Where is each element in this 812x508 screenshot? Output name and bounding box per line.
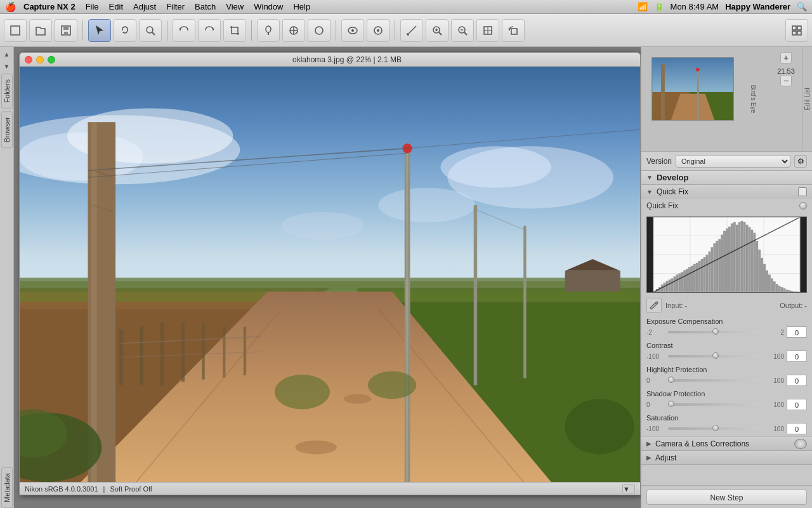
- svg-point-40: [378, 188, 475, 223]
- highlight-thumb[interactable]: [668, 377, 674, 383]
- svg-point-83: [296, 441, 337, 455]
- help-menu[interactable]: Help: [293, 2, 310, 11]
- camera-lens-arrow[interactable]: ▶: [646, 440, 652, 447]
- highlight-value[interactable]: 0: [787, 375, 807, 386]
- sidebar-down-arrow[interactable]: ▼: [3, 62, 11, 71]
- contrast-thumb[interactable]: [712, 352, 719, 359]
- shadow-slider[interactable]: [668, 403, 763, 406]
- highlight-min: 0: [646, 377, 665, 384]
- svg-rect-118: [701, 259, 704, 292]
- status-bar: Nikon sRGB 4.0.0.3001 | Soft Proof Off ▼: [20, 482, 640, 495]
- sidebar-browser-tab[interactable]: Browser: [1, 111, 13, 148]
- search-icon[interactable]: 🔍: [797, 2, 807, 11]
- highlight-slider[interactable]: [668, 379, 763, 382]
- measure-tool-btn[interactable]: [400, 19, 423, 42]
- svg-rect-81: [565, 271, 620, 292]
- svg-rect-149: [778, 286, 781, 292]
- crop-btn[interactable]: [223, 19, 246, 42]
- zoom-value-display: 21.53: [777, 67, 795, 75]
- svg-rect-123: [713, 243, 716, 292]
- new-step-button[interactable]: New Step: [646, 490, 807, 505]
- sidebar-folders-tab[interactable]: Folders: [1, 74, 13, 109]
- zoom-in-btn[interactable]: [426, 19, 449, 42]
- shadow-value[interactable]: 0: [787, 399, 807, 410]
- rotate-btn[interactable]: [502, 19, 525, 42]
- version-gear-btn[interactable]: ⚙: [794, 155, 807, 168]
- develop-arrow[interactable]: ▼: [646, 174, 653, 181]
- toolbar-sep-3: [251, 20, 252, 41]
- window-minimize-btn[interactable]: [36, 56, 44, 64]
- camera-lens-section[interactable]: ▶ Camera & Lens Corrections: [641, 437, 812, 451]
- eyedropper-btn[interactable]: [646, 298, 662, 313]
- contrast-slider[interactable]: [668, 355, 763, 358]
- clone-tool-btn[interactable]: [282, 19, 305, 42]
- sidebar-up-arrow[interactable]: ▲: [3, 50, 11, 59]
- adjust-section[interactable]: ▶ Adjust: [641, 451, 812, 465]
- status-dropdown-btn[interactable]: ▼: [622, 485, 635, 493]
- svg-rect-144: [766, 271, 768, 292]
- undo-btn[interactable]: [173, 19, 195, 42]
- adjust-menu[interactable]: Adjust: [133, 2, 156, 11]
- new-toolbar-btn[interactable]: [4, 19, 27, 42]
- exposure-thumb[interactable]: [712, 328, 719, 335]
- open-toolbar-btn[interactable]: [29, 19, 52, 42]
- view-btn[interactable]: [367, 19, 390, 42]
- zoom-tool-btn[interactable]: [139, 19, 162, 42]
- svg-rect-72: [244, 327, 246, 375]
- exposure-value[interactable]: 0: [787, 326, 807, 338]
- svg-rect-89: [661, 64, 665, 120]
- view-menu[interactable]: View: [226, 2, 244, 11]
- lasso-tool-btn[interactable]: [114, 19, 136, 42]
- batch-menu[interactable]: Batch: [195, 2, 216, 11]
- svg-rect-30: [792, 26, 796, 30]
- svg-rect-139: [753, 233, 756, 292]
- window-close-btn[interactable]: [25, 56, 32, 64]
- menubar: 🍎 Capture NX 2 File Edit Adjust Filter B…: [0, 0, 812, 14]
- toolbar-sep-5: [395, 20, 395, 41]
- contrast-value[interactable]: 0: [787, 351, 807, 362]
- camera-lens-dot[interactable]: [794, 439, 807, 449]
- zoom-in-btn[interactable]: +: [780, 52, 792, 64]
- quick-fix-title: Quick Fix: [657, 187, 688, 196]
- svg-rect-70: [202, 324, 204, 379]
- quick-fix-checkbox[interactable]: [798, 187, 807, 196]
- edit-menu[interactable]: Edit: [109, 2, 123, 11]
- shadow-thumb[interactable]: [668, 401, 674, 407]
- edit-list-tab[interactable]: Edit List: [804, 88, 811, 110]
- sidebar-metadata-tab[interactable]: Metadata: [1, 467, 13, 508]
- filter-menu[interactable]: Filter: [166, 2, 185, 11]
- version-select[interactable]: Original: [676, 155, 790, 168]
- exposure-slider[interactable]: [668, 331, 763, 333]
- eye-btn[interactable]: [341, 19, 364, 42]
- adjust-arrow[interactable]: ▶: [646, 454, 652, 461]
- file-menu[interactable]: File: [86, 2, 99, 11]
- select-tool-btn[interactable]: [88, 19, 111, 42]
- image-content[interactable]: [20, 67, 640, 482]
- window-maximize-btn[interactable]: [48, 56, 55, 64]
- redo-btn[interactable]: [198, 19, 221, 42]
- svg-rect-136: [745, 225, 748, 292]
- zoom-out-btn[interactable]: [451, 19, 474, 42]
- zoom-out-btn[interactable]: −: [780, 75, 792, 86]
- svg-rect-31: [797, 26, 801, 30]
- saturation-slider[interactable]: [668, 427, 763, 430]
- quick-fix-arrow[interactable]: ▼: [646, 189, 653, 196]
- fit-btn[interactable]: [476, 19, 499, 42]
- quick-fix-dot[interactable]: [799, 202, 807, 210]
- develop-header: ▼ Develop: [641, 171, 812, 185]
- saturation-value[interactable]: 0: [787, 423, 807, 434]
- heal-tool-btn[interactable]: [308, 19, 331, 42]
- svg-rect-115: [693, 264, 696, 292]
- svg-rect-152: [785, 290, 788, 292]
- svg-rect-71: [223, 326, 225, 378]
- apple-menu[interactable]: 🍎: [5, 2, 16, 12]
- window-menu[interactable]: Window: [254, 2, 283, 11]
- fullscreen-btn[interactable]: [785, 19, 808, 42]
- saturation-max: 100: [765, 425, 784, 432]
- svg-rect-129: [728, 227, 731, 292]
- saturation-thumb[interactable]: [712, 425, 719, 431]
- svg-rect-90: [697, 70, 699, 120]
- svg-rect-110: [681, 272, 683, 292]
- save-toolbar-btn[interactable]: [55, 19, 77, 42]
- brush-tool-btn[interactable]: [257, 19, 280, 42]
